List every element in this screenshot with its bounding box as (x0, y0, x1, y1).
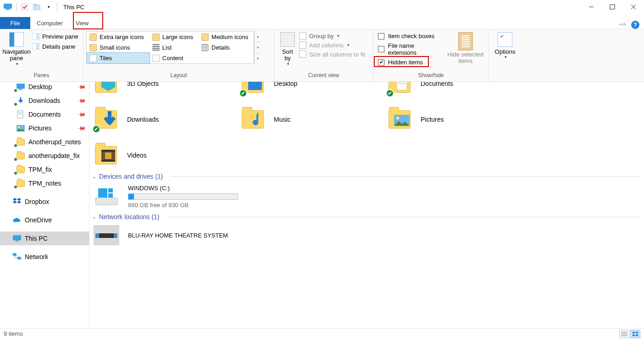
svg-rect-16 (19, 89, 22, 90)
tile-3d-objects[interactable]: 3D Objects (91, 82, 238, 98)
svg-rect-45 (114, 233, 117, 238)
chevron-up-icon[interactable]: ▴ (255, 31, 261, 42)
svg-rect-44 (95, 233, 99, 238)
section-network-locations[interactable]: ⌄ Network locations (1) (91, 210, 640, 223)
tile-music[interactable]: Music (238, 105, 385, 134)
layout-large[interactable]: Large icons (150, 32, 199, 42)
3d-objects-icon (93, 82, 119, 96)
netloc-bluray[interactable]: BLU-RAY HOME THEATRE SYSTEM (91, 223, 640, 247)
nav-item-desktop[interactable]: Desktop📌 (0, 82, 89, 94)
nav-tree[interactable]: Desktop📌 Downloads📌 Documents📌 Pictures📌… (0, 82, 89, 328)
tab-computer[interactable]: Computer (30, 17, 69, 29)
item-check-boxes-checkbox[interactable]: Item check boxes (376, 31, 445, 41)
group-label-layout: Layout (86, 71, 271, 79)
nav-item-pictures[interactable]: Pictures📌 (0, 121, 89, 135)
group-by-button[interactable]: Group by▾ (298, 31, 366, 40)
view-details-button[interactable] (619, 330, 629, 338)
layout-list[interactable]: List (150, 42, 199, 53)
chevron-down-icon[interactable]: ▾ (255, 42, 261, 53)
sync-badge-icon (14, 144, 17, 147)
pin-icon: 📌 (77, 96, 87, 106)
chevron-down-icon: ▾ (15, 62, 18, 67)
documents-icon (17, 110, 25, 119)
tile-desktop[interactable]: ✔ Desktop (238, 82, 385, 98)
sort-by-icon (280, 32, 295, 47)
nav-quick-access-children: Desktop📌 Downloads📌 Documents📌 Pictures📌… (0, 82, 89, 190)
nav-root-thispc[interactable]: This PC (0, 232, 89, 245)
details-pane-button[interactable]: Details pane (30, 41, 80, 51)
file-name-extensions-checkbox[interactable]: File name extensions (376, 41, 445, 57)
tile-documents[interactable]: ✔ Documents (385, 82, 532, 98)
small-icons-icon (89, 44, 97, 51)
music-folder-icon (240, 107, 266, 132)
help-icon[interactable]: ? (631, 21, 639, 29)
nav-item-anotherupdate-fix[interactable]: anotherupdate_fix (0, 149, 89, 163)
sync-badge-icon: ✔ (92, 125, 100, 133)
hidden-items-checkbox[interactable]: ✔Hidden items (376, 57, 445, 67)
nav-root-dropbox[interactable]: Dropbox (0, 195, 89, 209)
layout-tiles[interactable]: Tiles (86, 52, 150, 64)
tab-view[interactable]: View (69, 17, 95, 29)
tile-downloads[interactable]: ✔ Downloads (91, 105, 238, 134)
nav-item-documents[interactable]: Documents📌 (0, 107, 89, 121)
svg-rect-51 (633, 334, 635, 336)
tile-videos[interactable]: Videos (91, 141, 238, 170)
nav-item-tpm-notes[interactable]: TPM_notes (0, 176, 89, 190)
minimize-button[interactable] (581, 0, 602, 14)
svg-rect-15 (17, 84, 25, 89)
minimize-ribbon-icon[interactable] (619, 22, 627, 28)
nav-root-onedrive[interactable]: OneDrive (0, 213, 89, 227)
qat-properties-icon[interactable] (20, 2, 30, 12)
svg-rect-10 (36, 33, 39, 40)
chevron-expand-icon[interactable]: ▾ (255, 53, 261, 64)
layout-gallery[interactable]: Extra large icons Large icons Medium ico… (86, 31, 254, 64)
group-by-icon (299, 32, 306, 40)
layout-content[interactable]: Content (150, 53, 199, 63)
layout-medium[interactable]: Medium icons (199, 32, 254, 42)
group-options: Options ▾ (489, 29, 521, 81)
section-devices-drives[interactable]: ⌄ Devices and drives (1) (91, 170, 640, 183)
qat-newfolder-icon[interactable] (32, 2, 42, 12)
svg-rect-50 (636, 332, 638, 333)
hide-selected-button[interactable]: Hide selected items (445, 31, 486, 66)
tab-file[interactable]: File (0, 17, 30, 29)
svg-rect-23 (15, 240, 19, 242)
svg-rect-13 (36, 46, 39, 47)
tabs-right: ? (619, 21, 644, 29)
nav-root-network[interactable]: Network (0, 250, 89, 264)
tile-pictures[interactable]: Pictures (385, 105, 532, 134)
group-layout: Extra large icons Large icons Medium ico… (83, 29, 274, 81)
svg-point-21 (18, 126, 20, 128)
thispc-icon (13, 234, 21, 243)
titlebar: ▾ This PC (0, 0, 644, 14)
size-all-columns-button: Size all columns to fit (298, 50, 366, 59)
nav-item-anotherupd-notes[interactable]: Anotherupd_notes (0, 135, 89, 149)
qat-customize-dropdown-icon[interactable]: ▾ (44, 2, 54, 12)
drive-windows-c[interactable]: WINDOWS (C:) 890 GB free of 930 GB (91, 183, 640, 210)
nav-item-downloads[interactable]: Downloads📌 (0, 94, 89, 107)
layout-details[interactable]: Details (199, 42, 254, 53)
layout-xl[interactable]: Extra large icons (87, 32, 150, 42)
network-device-icon (93, 225, 120, 245)
close-button[interactable] (623, 0, 644, 14)
sort-by-button[interactable]: Sort by ▾ (277, 31, 298, 67)
layout-gallery-spinner[interactable]: ▴ ▾ ▾ (254, 31, 261, 64)
svg-rect-27 (248, 82, 262, 90)
nav-item-tpm-fix[interactable]: TPM_fix (0, 163, 89, 176)
desktop-icon (17, 83, 25, 91)
maximize-button[interactable] (602, 0, 623, 14)
layout-small[interactable]: Small icons (87, 42, 150, 53)
group-current-view: Sort by ▾ Group by▾ Add columns▾ Size al… (274, 29, 373, 81)
videos-folder-icon (93, 142, 119, 168)
status-item-count: 9 items (4, 330, 23, 337)
svg-point-33 (396, 117, 399, 119)
view-large-icons-button[interactable] (630, 330, 640, 338)
options-button[interactable]: Options ▾ (492, 31, 518, 61)
preview-pane-button[interactable]: Preview pane (30, 31, 80, 41)
drive-icon (93, 186, 120, 207)
sync-badge-icon (14, 171, 17, 175)
chevron-down-icon: ▾ (504, 55, 507, 60)
content-area[interactable]: 3D Objects ✔ Desktop ✔ Documents ✔ Downl… (89, 82, 644, 328)
navigation-pane-button[interactable]: Navigation pane ▾ (3, 31, 30, 67)
window-title: This PC (61, 4, 84, 11)
